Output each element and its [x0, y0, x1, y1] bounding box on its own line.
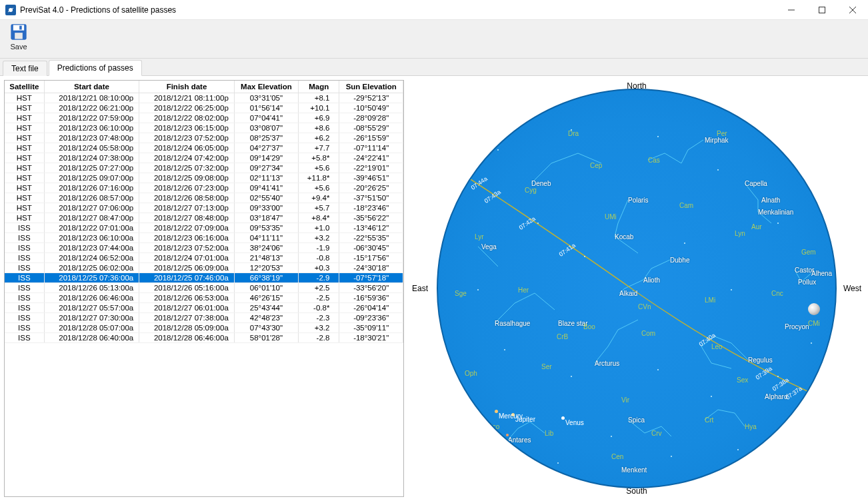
table-cell: 2018/12/25 09:07:00p	[44, 173, 139, 183]
passes-table-container[interactable]: SatelliteStart dateFinish dateMax Elevat…	[4, 80, 404, 497]
constellation-label: Cam	[679, 202, 693, 209]
tab-bar: Text file Predictions of passes	[0, 59, 868, 76]
table-cell: -35°09'11"	[339, 323, 403, 333]
table-cell: ISS	[5, 233, 44, 243]
table-row[interactable]: ISS2018/12/28 06:40:00a2018/12/28 06:46:…	[5, 333, 403, 343]
col-header[interactable]: Magn	[299, 81, 339, 93]
table-row[interactable]: HST2018/12/24 07:38:00p2018/12/24 07:42:…	[5, 153, 403, 163]
tab-predictions[interactable]: Predictions of passes	[49, 60, 142, 76]
table-cell: -0.8	[299, 253, 339, 263]
table-cell: 2018/12/28 06:46:00a	[139, 333, 235, 343]
star-label: Procyon	[785, 323, 809, 330]
constellation-label: CVn	[638, 303, 651, 310]
table-cell: -26°04'14"	[339, 303, 403, 313]
table-row[interactable]: HST2018/12/26 08:57:00p2018/12/26 08:58:…	[5, 193, 403, 203]
table-cell: -0.8*	[299, 303, 339, 313]
maximize-button[interactable]	[807, 0, 837, 20]
constellation-label: Lyr	[475, 233, 484, 241]
table-cell: ISS	[5, 293, 44, 303]
col-header[interactable]: Finish date	[139, 81, 235, 93]
table-cell: 2018/12/25 06:02:00a	[44, 263, 139, 273]
constellation-label: LMi	[705, 296, 715, 304]
table-cell: ISS	[5, 283, 44, 293]
col-header[interactable]: Satellite	[5, 81, 44, 93]
table-cell: 2018/12/25 07:36:00a	[44, 273, 139, 283]
table-cell: +5.8*	[299, 153, 339, 163]
table-row[interactable]: HST2018/12/24 05:58:00p2018/12/24 06:05:…	[5, 143, 403, 153]
table-row[interactable]: ISS2018/12/26 06:46:00a2018/12/26 06:53:…	[5, 293, 403, 303]
table-row[interactable]: ISS2018/12/27 05:57:00a2018/12/27 06:01:…	[5, 303, 403, 313]
constellation-label: Cnc	[771, 290, 783, 297]
table-cell: HST	[5, 123, 44, 133]
table-row[interactable]: HST2018/12/25 07:27:00p2018/12/25 07:32:…	[5, 163, 403, 173]
table-row[interactable]: HST2018/12/25 09:07:00p2018/12/25 09:08:…	[5, 173, 403, 183]
constellation-label: Lib	[545, 430, 553, 437]
table-row[interactable]: ISS2018/12/25 06:02:00a2018/12/25 06:09:…	[5, 263, 403, 273]
table-row[interactable]: ISS2018/12/22 07:01:00a2018/12/22 07:09:…	[5, 223, 403, 233]
table-cell: ISS	[5, 223, 44, 233]
table-cell: ISS	[5, 263, 44, 273]
table-cell: 2018/12/26 05:16:00a	[139, 283, 235, 293]
table-row[interactable]: HST2018/12/27 08:47:00p2018/12/27 08:48:…	[5, 213, 403, 223]
table-row[interactable]: ISS2018/12/27 07:30:00a2018/12/27 07:38:…	[5, 313, 403, 323]
save-button[interactable]: Save	[5, 23, 32, 51]
table-row[interactable]: ISS2018/12/25 07:36:00a2018/12/25 07:46:…	[5, 273, 403, 283]
table-cell: HST	[5, 93, 44, 103]
table-row[interactable]: HST2018/12/23 07:48:00p2018/12/23 07:52:…	[5, 133, 403, 143]
table-cell: +5.6	[299, 163, 339, 173]
table-cell: 38°24'06"	[234, 243, 298, 253]
table-cell: 2018/12/27 07:13:00p	[139, 203, 235, 213]
table-row[interactable]: HST2018/12/22 06:21:00p2018/12/22 06:25:…	[5, 103, 403, 113]
table-row[interactable]: ISS2018/12/23 06:10:00a2018/12/23 06:16:…	[5, 233, 403, 243]
constellation-label: Crt	[705, 416, 713, 424]
table-cell: HST	[5, 193, 44, 203]
table-cell: -37°51'50"	[339, 193, 403, 203]
table-cell: 25°43'44"	[234, 303, 298, 313]
col-header[interactable]: Max Elevation	[234, 81, 298, 93]
close-button[interactable]	[837, 0, 868, 20]
table-row[interactable]: ISS2018/12/23 07:44:00a2018/12/23 07:52:…	[5, 243, 403, 253]
constellation-label: Vir	[621, 396, 629, 404]
table-cell: -06°30'45"	[339, 243, 403, 253]
col-header[interactable]: Sun Elevation	[339, 81, 403, 93]
content-area: SatelliteStart dateFinish dateMax Elevat…	[0, 76, 868, 501]
star-label: Alioth	[643, 276, 660, 284]
table-row[interactable]: ISS2018/12/24 06:52:00a2018/12/24 07:01:…	[5, 253, 403, 263]
constellation-label: Aur	[751, 223, 762, 231]
star-dot	[506, 434, 509, 436]
table-cell: HST	[5, 103, 44, 113]
col-header[interactable]: Start date	[44, 81, 139, 93]
star-label: Kocab	[615, 233, 633, 241]
table-row[interactable]: HST2018/12/27 07:06:00p2018/12/27 07:13:…	[5, 203, 403, 213]
table-cell: 09°53'35"	[234, 223, 298, 233]
constellation-label: Cyg	[525, 187, 537, 194]
minimize-button[interactable]	[776, 0, 807, 20]
table-cell: +11.8*	[299, 173, 339, 183]
table-cell: ISS	[5, 303, 44, 313]
table-cell: HST	[5, 113, 44, 123]
table-cell: 08°25'37"	[234, 133, 298, 143]
table-row[interactable]: ISS2018/12/26 05:13:00a2018/12/26 05:16:…	[5, 283, 403, 293]
table-cell: -29°52'13"	[339, 93, 403, 103]
constellation-label: Gem	[801, 249, 816, 256]
table-cell: -15°17'56"	[339, 253, 403, 263]
table-row[interactable]: HST2018/12/26 07:16:00p2018/12/26 07:23:…	[5, 183, 403, 193]
star-label: Menkent	[621, 466, 647, 474]
sky-chart[interactable]: DenebPolarisMirphakCapellaAlnathMenkalin…	[437, 89, 837, 488]
save-label: Save	[10, 43, 27, 51]
table-row[interactable]: HST2018/12/22 07:59:00p2018/12/22 08:02:…	[5, 113, 403, 123]
constellation-label: UMi	[605, 213, 617, 221]
table-row[interactable]: ISS2018/12/28 05:07:00a2018/12/28 05:09:…	[5, 323, 403, 333]
table-cell: ISS	[5, 243, 44, 253]
table-cell: 2018/12/27 08:48:00p	[139, 213, 235, 223]
table-cell: 58°01'28"	[234, 333, 298, 343]
svg-rect-2	[819, 7, 825, 13]
table-cell: 2018/12/26 08:58:00p	[139, 193, 235, 203]
constellation-label: Hya	[745, 423, 757, 430]
table-row[interactable]: HST2018/12/21 08:10:00p2018/12/21 08:11:…	[5, 93, 403, 103]
passes-table: SatelliteStart dateFinish dateMax Elevat…	[5, 81, 403, 343]
table-row[interactable]: HST2018/12/23 06:10:00p2018/12/23 06:15:…	[5, 123, 403, 133]
tab-text-file[interactable]: Text file	[3, 61, 47, 76]
table-cell: -07°57'18"	[339, 273, 403, 283]
star-label: Mirphak	[705, 137, 729, 144]
